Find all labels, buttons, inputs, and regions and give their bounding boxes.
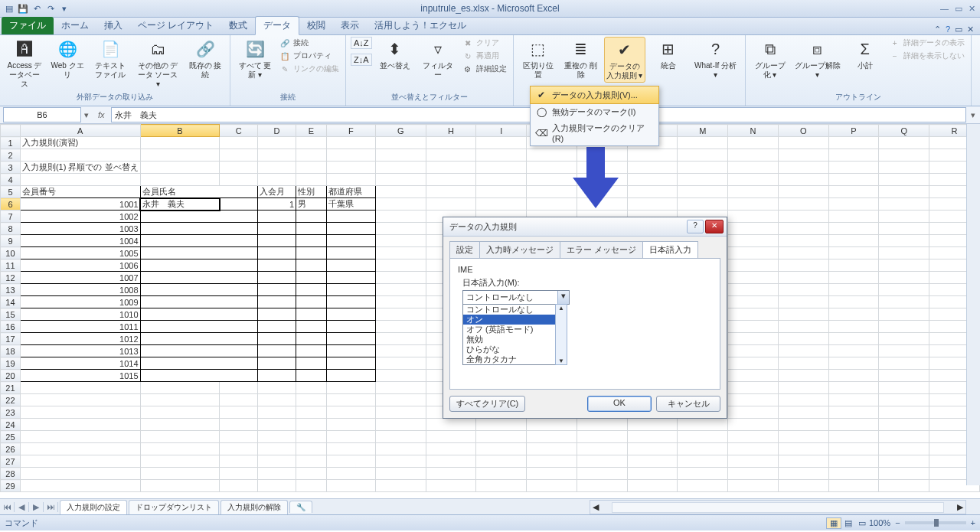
cell[interactable] [527,186,577,198]
menu-clear-circles[interactable]: ⌫入力規則マークのクリア(R) [531,120,658,145]
cell[interactable] [728,308,779,321]
dialog-tab-error-alert[interactable]: エラー メッセージ [560,241,643,258]
name-box[interactable]: B6 [3,107,81,122]
row-header[interactable]: 19 [1,357,21,370]
cell[interactable] [296,284,327,296]
view-pagebreak-icon[interactable]: ▭ [855,518,869,528]
cell[interactable] [375,174,426,186]
cell[interactable] [375,308,426,321]
cell[interactable]: 1012 [20,333,140,345]
cell[interactable] [426,198,476,211]
cell[interactable] [879,235,929,247]
cell[interactable]: 男 [296,198,327,211]
cell[interactable] [375,198,426,211]
redo-icon[interactable]: ↷ [44,2,57,15]
column-header[interactable]: C [220,125,258,137]
cell[interactable] [258,137,296,149]
cell[interactable] [327,235,376,247]
cell[interactable] [220,345,258,357]
cell[interactable] [426,186,476,198]
ime-option[interactable]: コントロールなし [463,305,567,315]
cell[interactable] [476,431,527,443]
cell[interactable]: 1013 [20,345,140,357]
cell[interactable]: 会員番号 [20,186,140,198]
cell[interactable] [327,333,376,345]
cell[interactable] [879,308,929,321]
row-header[interactable]: 21 [1,382,21,394]
cell[interactable] [828,137,879,149]
row-header[interactable]: 24 [1,419,21,431]
cell[interactable] [20,468,140,480]
cell[interactable] [327,357,376,370]
cell[interactable] [327,284,376,296]
cell[interactable] [828,296,879,308]
column-header[interactable]: I [476,125,527,137]
column-header[interactable]: G [375,125,426,137]
ime-option[interactable]: ひらがな [463,344,567,354]
cell[interactable] [140,357,220,370]
cell[interactable] [879,284,929,296]
row-header[interactable]: 11 [1,259,21,272]
cell[interactable]: 1002 [20,211,140,223]
cell[interactable] [327,431,376,443]
cell[interactable] [296,272,327,284]
cell[interactable] [627,468,678,480]
cell[interactable] [220,247,258,259]
cell[interactable] [296,406,327,419]
help-icon[interactable]: ? [946,24,950,34]
cell[interactable] [728,284,779,296]
cell[interactable] [527,431,577,443]
cell[interactable] [296,259,327,272]
tab-view[interactable]: 表示 [333,17,367,34]
cell[interactable] [258,235,296,247]
cell[interactable] [778,211,828,223]
cell[interactable] [678,443,728,455]
cell[interactable] [476,480,527,492]
row-header[interactable]: 3 [1,162,21,174]
cell[interactable] [426,162,476,174]
cell[interactable] [678,174,728,186]
cell[interactable] [20,149,140,162]
cell[interactable] [527,468,577,480]
cell[interactable] [728,211,779,223]
cell[interactable] [375,247,426,259]
clear-all-button[interactable]: すべてクリア(C) [449,396,525,412]
cell[interactable] [728,162,779,174]
close-icon[interactable]: ✕ [969,4,975,14]
row-header[interactable]: 9 [1,235,21,247]
cell[interactable] [296,149,327,162]
cell[interactable] [296,431,327,443]
cell[interactable] [426,149,476,162]
cell[interactable] [627,174,678,186]
cell[interactable] [327,480,376,492]
advanced-button[interactable]: ⚙詳細設定 [461,63,508,75]
zoom-out-icon[interactable]: − [895,518,900,527]
cell[interactable] [375,149,426,162]
cell[interactable] [220,162,258,174]
row-header[interactable]: 4 [1,174,21,186]
cell[interactable] [778,431,828,443]
cell[interactable] [327,149,376,162]
cell[interactable] [140,480,220,492]
cell[interactable] [678,419,728,431]
cell[interactable] [879,455,929,468]
cell[interactable] [375,443,426,455]
zoom-slider[interactable] [905,521,966,524]
cell[interactable] [728,333,779,345]
cell[interactable]: 1011 [20,321,140,333]
cell[interactable] [778,419,828,431]
column-header[interactable]: H [426,125,476,137]
column-header[interactable]: O [778,125,828,137]
dialog-tab-ime[interactable]: 日本語入力 [642,241,698,258]
cell[interactable] [327,455,376,468]
from-text-button[interactable]: 📄テキスト ファイル [90,37,130,81]
cell[interactable]: 性別 [296,186,327,198]
cell[interactable] [327,308,376,321]
cell[interactable] [778,480,828,492]
cell[interactable] [327,370,376,382]
cell[interactable] [828,419,879,431]
sheet-last-icon[interactable]: ⏭ [44,502,58,512]
cell[interactable] [140,149,220,162]
cell[interactable] [375,321,426,333]
refresh-all-button[interactable]: 🔄すべて 更新 ▾ [235,37,275,81]
